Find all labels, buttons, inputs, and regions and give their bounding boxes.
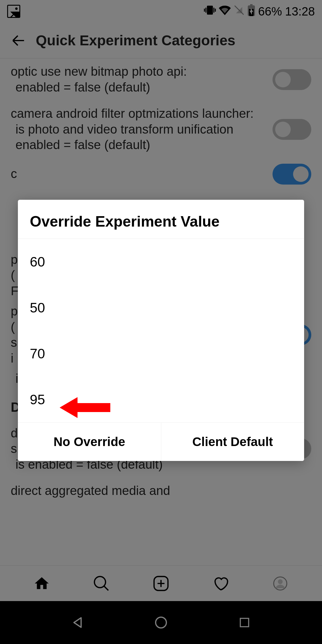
dialog-actions: No Override Client Default: [18, 422, 304, 461]
client-default-button[interactable]: Client Default: [161, 423, 304, 461]
no-override-button[interactable]: No Override: [18, 423, 161, 461]
dialog-option[interactable]: 70: [18, 331, 304, 377]
dialog-option[interactable]: 95: [18, 377, 304, 422]
dialog-title: Override Experiment Value: [18, 200, 304, 239]
dialog-options-list: 60 50 70 95: [18, 239, 304, 422]
dialog-option[interactable]: 60: [18, 239, 304, 285]
override-dialog: Override Experiment Value 60 50 70 95 No…: [18, 200, 304, 461]
dialog-option[interactable]: 50: [18, 285, 304, 331]
